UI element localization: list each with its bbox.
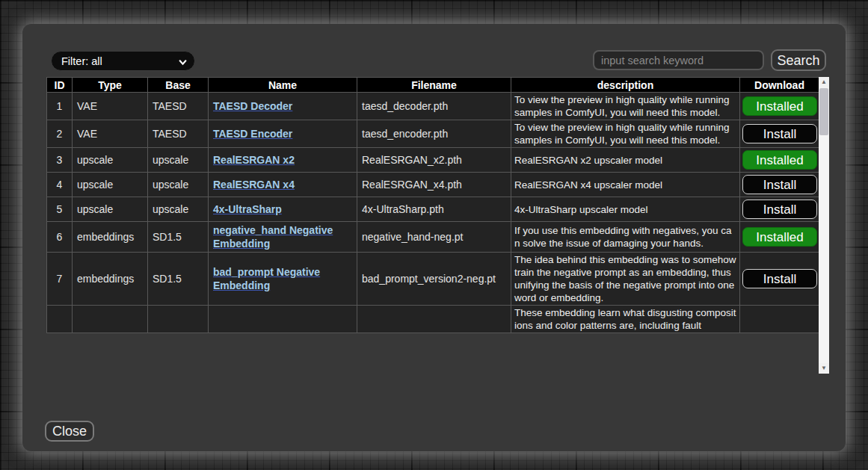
cell-download: Installed [740,93,819,120]
scrollbar-thumb[interactable] [819,88,828,135]
cell-type: embeddings [73,222,148,253]
cell-id: 3 [47,148,73,173]
cell-description: To view the preview in high quality whil… [511,93,740,120]
installed-button[interactable]: Installed [742,227,817,247]
table-row: 6embeddingsSD1.5negative_hand Negative E… [47,222,819,253]
cell-type: upscale [73,197,148,222]
table-row: These embedding learn what disgusting co… [47,306,819,333]
cell-name: TAESD Decoder [209,93,357,120]
cell-name: negative_hand Negative Embedding [209,222,357,253]
cell-id: 5 [47,197,73,222]
models-table-zone: IDTypeBaseNameFilenamedescriptionDownloa… [46,77,829,374]
cell-base: upscale [148,148,209,173]
column-header-download: Download [740,78,819,93]
cell-type: VAE [73,120,148,148]
cell-description: 4x-UltraSharp upscaler model [511,197,740,222]
install-button[interactable]: Install [742,269,817,288]
cell-type [73,306,148,333]
search-input[interactable] [593,50,764,70]
model-link[interactable]: RealESRGAN x2 [213,154,295,166]
cell-filename: negative_hand-neg.pt [357,222,511,253]
cell-type: upscale [73,148,148,173]
installed-button[interactable]: Installed [742,150,817,170]
cell-id: 1 [47,93,73,120]
install-button[interactable]: Install [742,124,817,143]
table-row: 4upscaleupscaleRealESRGAN x4RealESRGAN_x… [47,173,819,197]
cell-description: These embedding learn what disgusting co… [511,306,740,333]
table-scrollbar[interactable]: ▲ ▼ [819,77,829,374]
filter-select[interactable]: Filter: all [51,51,195,71]
close-button[interactable]: Close [45,421,94,442]
cell-id [47,306,73,333]
models-table: IDTypeBaseNameFilenamedescriptionDownloa… [46,77,819,333]
cell-filename [357,306,511,333]
model-link[interactable]: negative_hand Negative Embedding [213,224,333,250]
cell-description: RealESRGAN x4 upscaler model [511,173,740,197]
cell-id: 6 [47,222,73,253]
cell-download [740,306,819,333]
cell-description: To view the preview in high quality whil… [511,120,740,148]
model-link[interactable]: 4x-UltraSharp [213,203,282,215]
cell-download: Installed [740,148,819,173]
installed-button[interactable]: Installed [742,96,817,116]
cell-filename: 4x-UltraSharp.pth [357,197,511,222]
cell-filename: taesd_decoder.pth [357,93,511,120]
models-table-clip: IDTypeBaseNameFilenamedescriptionDownloa… [46,77,819,374]
scroll-up-icon[interactable]: ▲ [819,77,829,87]
cell-filename: RealESRGAN_x2.pth [357,148,511,173]
model-link[interactable]: RealESRGAN x4 [213,179,295,191]
cell-filename: bad_prompt_version2-neg.pt [357,253,511,306]
cell-id: 2 [47,120,73,148]
cell-filename: RealESRGAN_x4.pth [357,173,511,197]
cell-id: 7 [47,253,73,306]
model-link[interactable]: bad_prompt Negative Embedding [213,266,320,291]
install-button[interactable]: Install [742,175,817,194]
table-row: 3upscaleupscaleRealESRGAN x2RealESRGAN_x… [47,148,819,173]
model-link[interactable]: TAESD Decoder [213,100,292,112]
cell-id: 4 [47,173,73,197]
cell-name: RealESRGAN x4 [209,173,357,197]
cell-download: Installed [740,222,819,253]
cell-type: embeddings [73,253,148,306]
search-button[interactable]: Search [771,49,826,71]
cell-filename: taesd_encoder.pth [357,120,511,148]
cell-download: Install [740,253,819,306]
filter-dropdown-wrap: Filter: all [51,51,195,71]
cell-base: TAESD [148,120,209,148]
cell-type: upscale [73,173,148,197]
install-button[interactable]: Install [742,200,817,219]
column-header-name: Name [209,78,357,93]
column-header-type: Type [73,78,148,93]
cell-download: Install [740,197,819,222]
cell-name [209,306,357,333]
cell-download: Install [740,173,819,197]
comfyui-canvas: { "dialog": { "filter": { "selected": "F… [0,0,868,470]
table-row: 7embeddingsSD1.5bad_prompt Negative Embe… [47,253,819,306]
cell-name: RealESRGAN x2 [209,148,357,173]
cell-download: Install [740,120,819,148]
table-row: 1VAETAESDTAESD Decodertaesd_decoder.pthT… [47,93,819,120]
cell-base [148,306,209,333]
cell-base: upscale [148,173,209,197]
scroll-down-icon[interactable]: ▼ [819,363,829,374]
cell-description: RealESRGAN x2 upscaler model [511,148,740,173]
cell-base: upscale [148,197,209,222]
column-header-filename: Filename [357,78,511,93]
install-models-dialog: Filter: all Search IDTypeBaseNameFilenam… [22,24,846,451]
column-header-id: ID [47,78,73,93]
cell-base: SD1.5 [148,222,209,253]
table-row: 5upscaleupscale4x-UltraSharp4x-UltraShar… [47,197,819,222]
column-header-description: description [511,78,740,93]
cell-type: VAE [73,93,148,120]
cell-name: bad_prompt Negative Embedding [209,253,357,306]
table-row: 2VAETAESDTAESD Encodertaesd_encoder.pthT… [47,120,819,148]
cell-name: TAESD Encoder [209,120,357,148]
model-link[interactable]: TAESD Encoder [213,128,292,140]
cell-description: If you use this embedding with negatives… [511,222,740,253]
cell-base: TAESD [148,93,209,120]
cell-base: SD1.5 [148,253,209,306]
cell-name: 4x-UltraSharp [209,197,357,222]
cell-description: The idea behind this embedding was to so… [511,253,740,306]
column-header-base: Base [148,78,209,93]
table-header-row: IDTypeBaseNameFilenamedescriptionDownloa… [47,78,819,93]
